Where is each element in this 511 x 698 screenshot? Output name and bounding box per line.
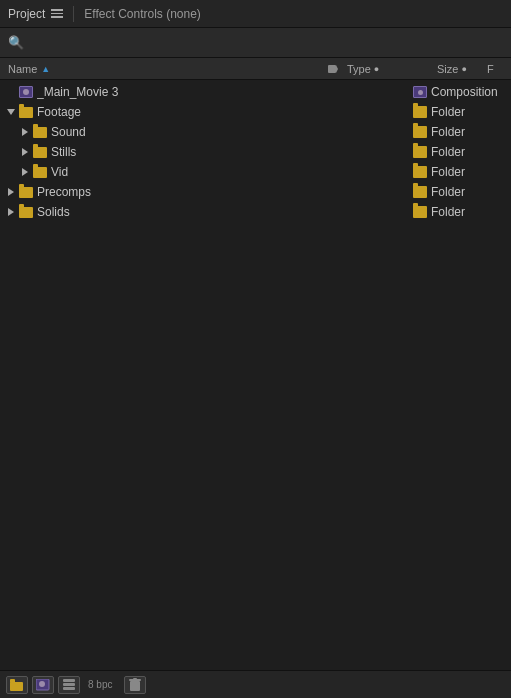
- item-name-footage: Footage: [37, 105, 413, 119]
- svg-rect-8: [10, 682, 23, 691]
- tree-item-stills[interactable]: StillsFolder: [0, 142, 511, 162]
- settings-icon: [62, 678, 76, 692]
- svg-marker-6: [8, 188, 14, 196]
- folder-icon: [19, 187, 33, 198]
- item-name-stills: Stills: [51, 145, 413, 159]
- search-bar: 🔍: [0, 28, 511, 58]
- type-icon-footage: [413, 106, 427, 118]
- header-divider: [73, 6, 74, 22]
- item-name-main-movie: _Main_Movie 3: [37, 85, 413, 99]
- col-size-header[interactable]: Size ●: [437, 63, 487, 75]
- type-icon-vid: [413, 166, 427, 178]
- col-size-dot: ●: [461, 64, 466, 74]
- folder-icon: [33, 127, 47, 138]
- item-icon-vid: [32, 165, 48, 179]
- item-icon-sound: [32, 125, 48, 139]
- project-label: Project: [8, 7, 45, 21]
- type-icon-main-movie: [413, 86, 427, 98]
- type-label-footage: Folder: [431, 105, 507, 119]
- col-extra-header[interactable]: F: [487, 63, 507, 75]
- hamburger-menu[interactable]: [51, 9, 63, 18]
- trash-button[interactable]: [124, 676, 146, 694]
- svg-marker-4: [22, 148, 28, 156]
- col-type-header[interactable]: Type ●: [347, 63, 437, 75]
- svg-rect-9: [10, 679, 15, 683]
- folder-icon: [33, 147, 47, 158]
- comp-icon: [19, 86, 33, 98]
- new-comp-button[interactable]: [32, 676, 54, 694]
- column-headers: Name ▲ Type ● Size ● F: [0, 58, 511, 80]
- type-icon-stills: [413, 146, 427, 158]
- col-type-label: Type: [347, 63, 371, 75]
- item-name-solids: Solids: [37, 205, 413, 219]
- svg-marker-1: [336, 65, 338, 73]
- type-label-sound: Folder: [431, 125, 507, 139]
- folder-icon: [19, 207, 33, 218]
- tree-item-footage[interactable]: FootageFolder: [0, 102, 511, 122]
- label-icon: [327, 63, 339, 75]
- new-folder-button[interactable]: [6, 676, 28, 694]
- expand-btn-vid[interactable]: [18, 165, 32, 179]
- new-folder-icon: [10, 679, 24, 691]
- search-icon: 🔍: [8, 35, 24, 50]
- type-icon-solids: [413, 206, 427, 218]
- new-comp-icon: [36, 679, 50, 691]
- expand-btn-solids[interactable]: [4, 205, 18, 219]
- type-label-main-movie: Composition: [431, 85, 507, 99]
- col-type-dot: ●: [374, 64, 379, 74]
- tree-item-vid[interactable]: VidFolder: [0, 162, 511, 182]
- tree-item-precomps[interactable]: PrecompsFolder: [0, 182, 511, 202]
- file-list-inner: _Main_Movie 3CompositionFootageFolderSou…: [0, 80, 511, 224]
- svg-rect-14: [63, 687, 75, 690]
- item-icon-main-movie: [18, 85, 34, 99]
- svg-point-11: [39, 681, 45, 687]
- tree-item-main-movie[interactable]: _Main_Movie 3Composition: [0, 82, 511, 102]
- sort-arrow-icon: ▲: [41, 64, 50, 74]
- svg-marker-3: [22, 128, 28, 136]
- svg-rect-13: [63, 683, 75, 686]
- trash-icon: [129, 678, 141, 692]
- item-name-vid: Vid: [51, 165, 413, 179]
- bpc-label: 8 bpc: [88, 679, 112, 690]
- col-name-header[interactable]: Name ▲: [4, 63, 327, 75]
- col-label-icon-area: [327, 63, 347, 75]
- type-label-precomps: Folder: [431, 185, 507, 199]
- type-label-stills: Folder: [431, 145, 507, 159]
- item-name-precomps: Precomps: [37, 185, 413, 199]
- col-size-label: Size: [437, 63, 458, 75]
- expand-btn-footage[interactable]: [4, 105, 18, 119]
- header: Project Effect Controls (none): [0, 0, 511, 28]
- svg-marker-2: [7, 109, 15, 115]
- item-icon-stills: [32, 145, 48, 159]
- expand-btn-precomps[interactable]: [4, 185, 18, 199]
- search-input[interactable]: [28, 36, 503, 50]
- svg-rect-12: [63, 679, 75, 682]
- project-tab[interactable]: Project: [8, 7, 63, 21]
- type-label-vid: Folder: [431, 165, 507, 179]
- svg-rect-15: [130, 681, 140, 691]
- settings-button[interactable]: [58, 676, 80, 694]
- svg-rect-17: [133, 678, 137, 680]
- type-icon-precomps: [413, 186, 427, 198]
- tree-item-solids[interactable]: SolidsFolder: [0, 202, 511, 222]
- svg-marker-7: [8, 208, 14, 216]
- col-extra-label: F: [487, 63, 494, 75]
- item-name-sound: Sound: [51, 125, 413, 139]
- item-icon-precomps: [18, 185, 34, 199]
- svg-marker-5: [22, 168, 28, 176]
- item-icon-solids: [18, 205, 34, 219]
- effect-controls-label: Effect Controls (none): [84, 7, 201, 21]
- type-icon-sound: [413, 126, 427, 138]
- col-name-label: Name: [8, 63, 37, 75]
- item-icon-footage: [18, 105, 34, 119]
- main-content: 🔍 Name ▲ Type ● Size ● F _Main_Mov: [0, 28, 511, 698]
- tree-item-sound[interactable]: SoundFolder: [0, 122, 511, 142]
- expand-btn-stills[interactable]: [18, 145, 32, 159]
- svg-rect-0: [328, 65, 336, 73]
- type-label-solids: Folder: [431, 205, 507, 219]
- folder-icon: [19, 107, 33, 118]
- folder-icon: [33, 167, 47, 178]
- bottom-toolbar: 8 bpc: [0, 670, 511, 698]
- expand-btn-sound[interactable]: [18, 125, 32, 139]
- file-list: _Main_Movie 3CompositionFootageFolderSou…: [0, 80, 511, 670]
